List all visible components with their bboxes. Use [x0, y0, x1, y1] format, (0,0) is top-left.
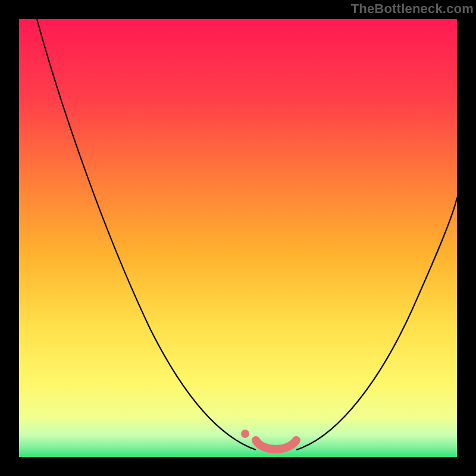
- chart-frame: TheBottleneck.com: [0, 0, 476, 476]
- watermark: TheBottleneck.com: [351, 1, 474, 17]
- chart-svg: [19, 19, 457, 457]
- isolated-dot-marker: [241, 430, 249, 438]
- gradient-background: [19, 19, 457, 457]
- plot-area: [19, 19, 457, 457]
